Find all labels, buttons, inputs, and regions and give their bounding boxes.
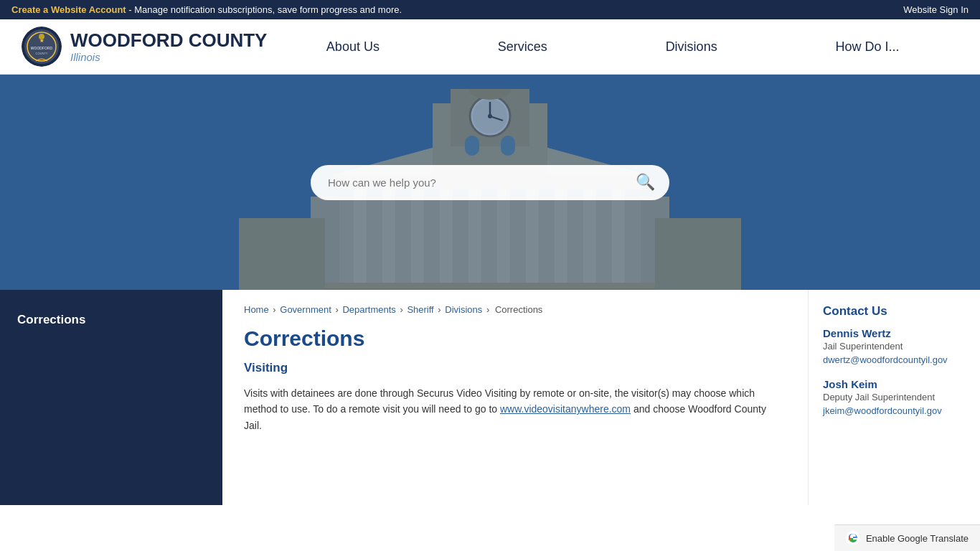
sidebar-corrections-title: Corrections <box>0 304 222 336</box>
svg-point-6 <box>39 34 44 39</box>
visiting-heading: Visiting <box>244 361 786 375</box>
contact-email-1: dwertz@woodfordcountyil.gov <box>823 354 966 365</box>
breadcrumb-sep-1: › <box>273 304 278 315</box>
logo-seal: ★ WOODFORD COUNTY <box>22 27 62 67</box>
top-bar: Create a Website Account - Manage notifi… <box>0 0 980 19</box>
contact-us-title: Contact Us <box>823 304 966 319</box>
contact-name-2: Josh Keim <box>823 378 966 390</box>
top-bar-text: - Manage notification subscriptions, sav… <box>128 4 402 15</box>
contact-email-2: jkeim@woodfordcountyil.gov <box>823 405 966 416</box>
nav-services[interactable]: Services <box>486 34 559 60</box>
main-content: Home › Government › Departments › Sherif… <box>222 290 808 505</box>
breadcrumb-divisions[interactable]: Divisions <box>445 304 482 315</box>
contact-role-2: Deputy Jail Superintendent <box>823 392 966 402</box>
breadcrumb-government[interactable]: Government <box>280 304 331 315</box>
search-container: 🔍 <box>311 165 669 200</box>
page-title: Corrections <box>244 326 786 351</box>
logo-area: ★ WOODFORD COUNTY WOODFORD COUNTY Illino… <box>22 27 267 67</box>
breadcrumb-departments[interactable]: Departments <box>342 304 395 315</box>
contact-email-link-2[interactable]: jkeim@woodfordcountyil.gov <box>823 405 942 416</box>
breadcrumb-sep-3: › <box>400 304 405 315</box>
sidebar: Corrections <box>0 290 222 505</box>
breadcrumb-sep-2: › <box>335 304 341 315</box>
contact-person-2: Josh Keim Deputy Jail Superintendent jke… <box>823 378 966 416</box>
main-nav: About Us Services Divisions How Do I... <box>267 34 958 60</box>
breadcrumb: Home › Government › Departments › Sherif… <box>244 304 786 315</box>
hero-section: 🔍 <box>0 75 980 290</box>
contact-email-link-1[interactable]: dwertz@woodfordcountyil.gov <box>823 354 948 365</box>
breadcrumb-sheriff[interactable]: Sheriff <box>407 304 433 315</box>
search-button[interactable]: 🔍 <box>627 169 664 196</box>
state-name: Illinois <box>70 51 267 63</box>
breadcrumb-sep-5: › <box>486 304 492 315</box>
sign-in-button[interactable]: Website Sign In <box>903 4 969 15</box>
county-name: WOODFORD COUNTY <box>70 30 267 51</box>
content-area: Corrections Home › Government › Departme… <box>0 290 980 505</box>
breadcrumb-sep-4: › <box>438 304 443 315</box>
nav-about-us[interactable]: About Us <box>315 34 391 60</box>
create-account-link[interactable]: Create a Website Account <box>11 4 126 15</box>
search-input[interactable] <box>311 165 669 200</box>
right-panel: Contact Us Dennis Wertz Jail Superintend… <box>808 290 980 505</box>
contact-person-1: Dennis Wertz Jail Superintendent dwertz@… <box>823 327 966 365</box>
header: ★ WOODFORD COUNTY WOODFORD COUNTY Illino… <box>0 19 980 75</box>
visiting-paragraph: Visits with detainees are done through S… <box>244 385 786 433</box>
contact-role-1: Jail Superintendent <box>823 341 966 352</box>
svg-text:WOODFORD: WOODFORD <box>31 46 53 50</box>
logo-text: WOODFORD COUNTY Illinois <box>70 30 267 63</box>
contact-name-1: Dennis Wertz <box>823 327 966 339</box>
breadcrumb-home[interactable]: Home <box>244 304 269 315</box>
nav-how-do-i[interactable]: How Do I... <box>824 34 911 60</box>
nav-divisions[interactable]: Divisions <box>654 34 729 60</box>
top-bar-message: Create a Website Account - Manage notifi… <box>11 4 402 15</box>
breadcrumb-corrections: Corrections <box>495 304 542 315</box>
svg-text:COUNTY: COUNTY <box>36 52 48 55</box>
visiting-link[interactable]: www.videovisitanywhere.com <box>500 403 631 415</box>
